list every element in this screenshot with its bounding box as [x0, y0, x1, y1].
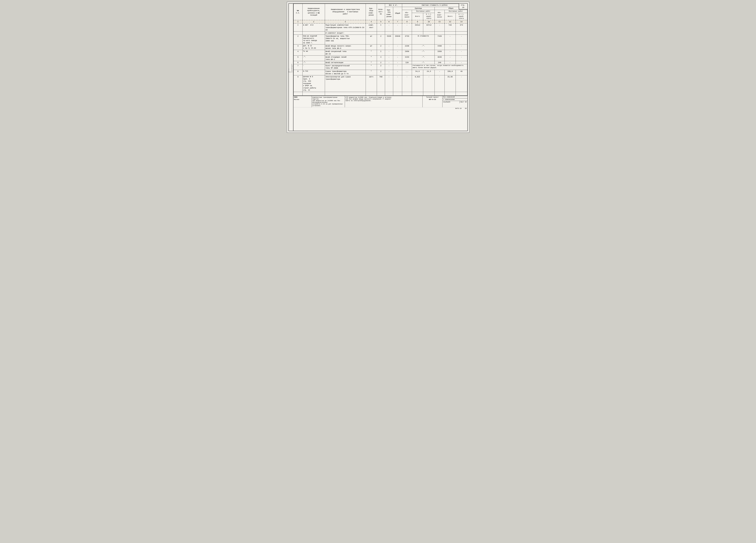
row8-ref: 8-743 — [302, 70, 325, 75]
row8-wt-unit: - — [385, 70, 393, 75]
row4-num: 4 — [293, 50, 302, 55]
row2-wt-total: IO640 — [393, 35, 402, 44]
row6-unit: " — [366, 61, 377, 64]
bottom-album-sheet: АльбомI9 Лист I8 — [442, 101, 467, 103]
rowsub-desc: В комплект входят: — [325, 31, 366, 35]
row6-qty: 2 — [377, 61, 385, 64]
row1-total-montazh-zarplata: 374 — [456, 23, 467, 31]
row9-wt-unit: - — [385, 75, 393, 92]
page: Стр. 19 Дата М Руководил Выполнил — [287, 2, 469, 133]
table-row: 9 Ценник № 8 прил. 3 стр. 3IO Указания к… — [293, 75, 467, 92]
col11-header: Обо- рудо- вания — [435, 10, 444, 20]
colnum-2: 2 — [302, 20, 325, 23]
row3-qty: 2 — [377, 44, 385, 50]
doc-number: 8475-19 — [455, 108, 462, 109]
page-num-line1: Стр. — [460, 4, 467, 6]
row2-total-montazh-zarplata: - — [456, 35, 467, 44]
colnum-10: IO — [423, 20, 435, 23]
bottom-sheet: Лист I8 — [460, 101, 467, 103]
col8-header: Обо- рудо- вания — [402, 10, 412, 20]
colnum-9: 9 — [412, 20, 423, 23]
row9-montazh-vsego: 0,02I — [412, 75, 423, 92]
rowsub-tmz — [456, 31, 467, 35]
table-row: 8 8-743 Сушка трансформатора весом с мас… — [293, 70, 467, 75]
colnum-7: 7 — [393, 20, 402, 23]
row6-desc: Шкаф сигнализации — [325, 61, 366, 64]
row3-montazh-note: -"- — [412, 44, 435, 50]
row1-qty: I — [377, 23, 385, 31]
row2-qty: 2 — [377, 35, 385, 44]
rowsub-mv — [412, 31, 423, 35]
bottom-no-changes: без изменений — [442, 96, 467, 98]
row7-wt-total: - — [393, 64, 402, 70]
row9-cost-oborud: - — [402, 75, 412, 92]
row8-montazh-zarplata: 24,5 — [423, 70, 435, 75]
col9-header: Монтажных работ — [412, 10, 435, 13]
col4-header: Еди- ница изме- рения — [366, 4, 377, 20]
project-num: 407-8-I3 — [423, 99, 442, 100]
bottom-block: I965 Москва Комплектные трансформаторные… — [293, 96, 467, 107]
row4-total-montazh-vsego: - — [444, 50, 456, 55]
weight-group-header: Вес в кг. — [385, 4, 402, 7]
row7-qty: 2 — [377, 64, 385, 70]
header-row-1: №№ п.п. Наименование прейскуранта, ценни… — [293, 4, 467, 7]
row2-num: 2 — [293, 35, 302, 44]
table-row: I 8-887 К=2 Подстанция комплектная транс… — [293, 23, 467, 31]
row9-montazh-zarplata: - — [423, 75, 435, 92]
row3-num: 3 — [293, 44, 302, 50]
row3-total-oborud: 4460 — [435, 44, 444, 50]
row5-ref: -"- — [302, 55, 325, 61]
row9-total-montazh-vsego: I5,96 — [444, 75, 456, 92]
main-table: №№ п.п. Наименование прейскуранта, ценни… — [293, 4, 467, 96]
row1-montazh-zarplata: I87x2 — [423, 23, 435, 31]
row8-desc: Сушка трансформатора весом с маслом до 6… — [325, 70, 366, 75]
row5-montazh-note: -"- — [412, 55, 435, 61]
row6-wt-total: - — [393, 61, 402, 64]
table-row: В комплект входят: — [293, 31, 467, 35]
outer-border: Стр. 19 Дата М Руководил Выполнил — [288, 3, 468, 131]
row2-montazh-note: В стоимости — [412, 35, 435, 44]
page-num-line2: 19 — [460, 6, 467, 9]
rowsub-mz — [423, 31, 435, 35]
row8-montazh-vsego: 54,9 — [412, 70, 423, 75]
row1-unit: комп- лект — [366, 23, 377, 31]
row7-num: 7 — [293, 64, 302, 70]
rowsub-qty — [377, 31, 385, 35]
main-content: №№ п.п. Наименование прейскуранта, ценни… — [293, 4, 467, 110]
margin-text: Дата М Руководил Выполнил — [288, 62, 294, 72]
table-row: 3 Доп. № II к пр-ту I5-03 Шкаф ввода низ… — [293, 44, 467, 50]
row3-wt-unit: - — [385, 44, 393, 50]
unit-cost-header: Единицы — [402, 7, 435, 10]
colnum-5: 5 — [377, 20, 385, 23]
left-margin: Дата М Руководил Выполнил — [289, 4, 293, 131]
row7-cost-oborud — [402, 64, 412, 70]
row1-ref: 8-887 К=2 — [302, 23, 325, 31]
bottom-desc2: КТП мощностью 2хI000 ква. Отдельностояща… — [345, 96, 423, 107]
row4-qty: I — [377, 50, 385, 55]
row5-unit: " — [366, 55, 377, 61]
colnum-8: 8 — [402, 20, 412, 23]
row4-wt-total: - — [393, 50, 402, 55]
rukovodil-label: Руководил — [291, 64, 292, 72]
bottom-year: I965 — [294, 96, 311, 98]
bottom-project: Типовой проект 407-8-I3 — [423, 96, 442, 107]
row9-ref: Ценник № 8 прил. 3 стр. 3IO Указания к Е… — [302, 75, 325, 92]
date-label: Дата — [288, 63, 289, 72]
row2-cost-oborud: 37IO — [402, 35, 412, 44]
rowsub-wtu — [385, 31, 393, 35]
row8-total-oborud: - — [435, 70, 444, 75]
row4-ref: То же — [302, 50, 325, 55]
col7-header: Общий — [393, 7, 402, 20]
row3-ref: Доп. № II к пр-ту I5-03 — [302, 44, 325, 50]
row2-wt-unit: 5320 — [385, 35, 393, 44]
project-label: Типовой проект — [423, 96, 442, 98]
row4-unit: " — [366, 50, 377, 55]
row4-wt-unit: - — [385, 50, 393, 55]
rowsub-ref — [302, 31, 325, 35]
table-row: 7 - Пункт распределительный типа ПР-9000… — [293, 64, 467, 70]
col9a-header: Всего — [412, 13, 423, 20]
table-row: 2 Ном-ра изделий Чирчикского тр-ного зав… — [293, 35, 467, 44]
row1-cost-oborud: - — [402, 23, 412, 31]
row6-montazh-note: -"- — [412, 61, 435, 64]
cost-group-header: Сметная стоимость в рублях — [402, 4, 467, 7]
